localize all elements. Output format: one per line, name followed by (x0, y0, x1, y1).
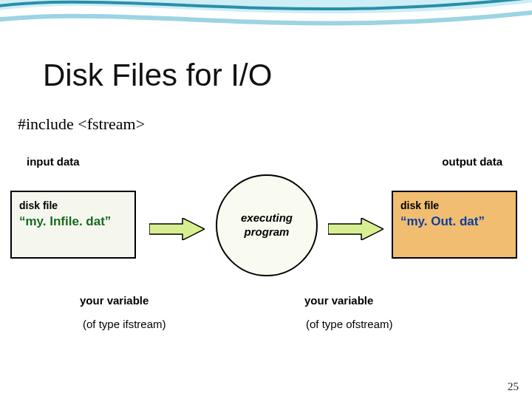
process-line1: executing (241, 211, 293, 224)
label-output-data: output data (442, 155, 502, 168)
caption-var-left: your variable (80, 294, 149, 307)
page-number: 25 (508, 381, 519, 393)
svg-marker-0 (149, 218, 205, 240)
input-file-box: disk file “my. Infile. dat” (10, 191, 136, 259)
include-directive: #include <fstream> (18, 115, 145, 134)
caption-var-right: your variable (304, 294, 373, 307)
arrow-to-output (328, 218, 383, 240)
output-file-kind: disk file (400, 200, 508, 211)
arrow-to-process (149, 218, 205, 240)
output-file-box: disk file “my. Out. dat” (392, 191, 517, 259)
process-line2: program (245, 225, 290, 238)
top-swoosh (0, 0, 532, 59)
input-file-name: “my. Infile. dat” (19, 214, 127, 229)
page-title: Disk Files for I/O (43, 58, 272, 93)
caption-type-left: (of type ifstream) (83, 318, 166, 330)
process-node: executing program (216, 174, 318, 276)
output-file-name: “my. Out. dat” (400, 214, 508, 229)
caption-type-right: (of type ofstream) (306, 318, 393, 330)
process-label: executing program (241, 211, 293, 239)
input-file-kind: disk file (19, 200, 127, 211)
process-ellipse: executing program (216, 174, 318, 276)
svg-marker-1 (328, 218, 383, 240)
label-input-data: input data (27, 155, 80, 168)
